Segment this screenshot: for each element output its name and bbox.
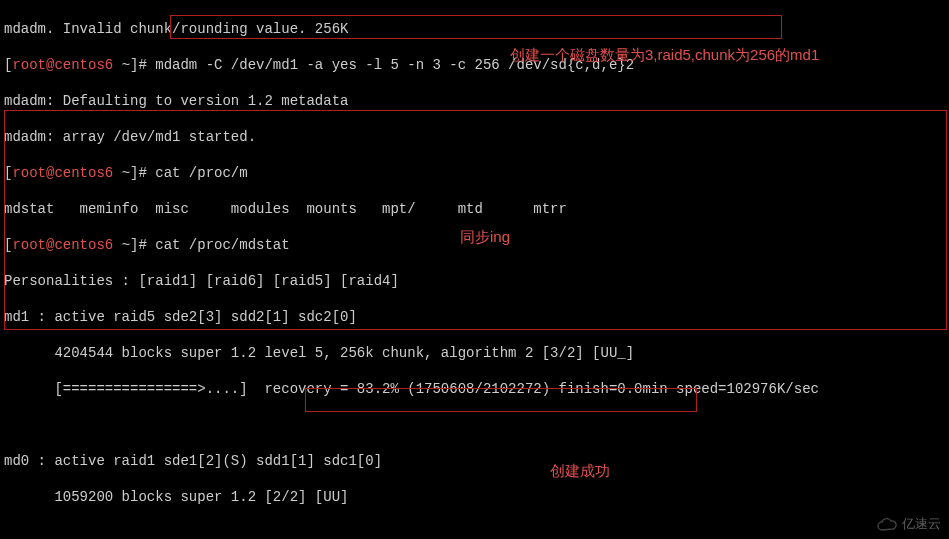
line: 1059200 blocks super 1.2 [2/2] [UU]: [4, 488, 945, 506]
watermark: 亿速云: [876, 515, 941, 533]
line: [root@centos6 ~]# mdadm -C /dev/md1 -a y…: [4, 56, 945, 74]
line: mdadm: array /dev/md1 started.: [4, 128, 945, 146]
cloud-icon: [876, 517, 898, 531]
line: [================>....] recovery = 83.2%…: [4, 380, 945, 398]
line: [root@centos6 ~]# cat /proc/mdstat: [4, 236, 945, 254]
line: md0 : active raid1 sde1[2](S) sdd1[1] sd…: [4, 452, 945, 470]
line: [root@centos6 ~]# cat /proc/m: [4, 164, 945, 182]
line: [4, 416, 945, 434]
line: mdadm. Invalid chunk/rounding value. 256…: [4, 20, 945, 38]
line: mdadm: Defaulting to version 1.2 metadat…: [4, 92, 945, 110]
line: Personalities : [raid1] [raid6] [raid5] …: [4, 272, 945, 290]
terminal[interactable]: mdadm. Invalid chunk/rounding value. 256…: [0, 0, 949, 539]
line: [4, 524, 945, 539]
line: 4204544 blocks super 1.2 level 5, 256k c…: [4, 344, 945, 362]
line: md1 : active raid5 sde2[3] sdd2[1] sdc2[…: [4, 308, 945, 326]
line: mdstat meminfo misc modules mounts mpt/ …: [4, 200, 945, 218]
